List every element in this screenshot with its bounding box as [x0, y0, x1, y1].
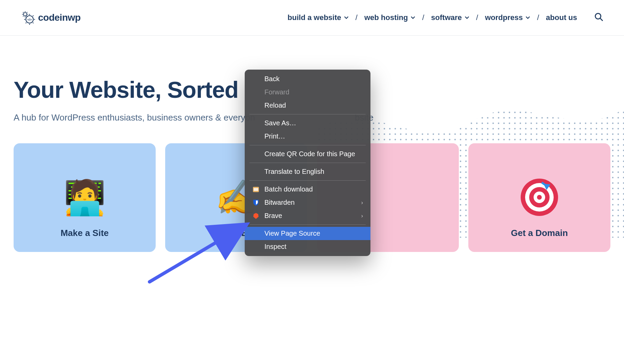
- menu-separator: [249, 224, 366, 225]
- batch-download-icon: [252, 186, 260, 193]
- chevron-down-icon: [344, 15, 349, 20]
- nav-wordpress[interactable]: wordpress: [485, 13, 530, 22]
- menu-separator: [249, 114, 366, 114]
- nav-separator: /: [356, 13, 358, 22]
- brand-name: codeinwp: [38, 12, 81, 23]
- chevron-right-icon: ›: [361, 213, 363, 219]
- nav-label: software: [431, 13, 462, 22]
- nav-label: about us: [546, 13, 577, 22]
- search-icon: [594, 12, 604, 22]
- chevron-down-icon: [525, 15, 530, 20]
- menu-print[interactable]: Print…: [245, 130, 370, 143]
- nav-label: web hosting: [364, 13, 408, 22]
- bitwarden-icon: [252, 199, 260, 206]
- menu-translate[interactable]: Translate to English: [245, 165, 370, 178]
- nav-label: build a website: [288, 13, 341, 22]
- menu-bitwarden[interactable]: Bitwarden ›: [245, 196, 370, 209]
- site-header: </> codeinwp build a website / web hosti…: [0, 0, 624, 36]
- menu-separator: [249, 180, 366, 181]
- svg-point-1: [23, 13, 27, 16]
- nav-separator: /: [422, 13, 424, 22]
- nav-separator: /: [537, 13, 539, 22]
- brave-icon: [252, 212, 260, 220]
- brand-logo[interactable]: </> codeinwp: [20, 10, 81, 25]
- menu-reload[interactable]: Reload: [245, 99, 370, 112]
- gear-code-icon: </>: [20, 10, 35, 25]
- nav-web-hosting[interactable]: web hosting: [364, 13, 415, 22]
- primary-nav: build a website / web hosting / software…: [288, 12, 604, 23]
- menu-separator: [249, 163, 366, 163]
- nav-about-us[interactable]: about us: [546, 13, 577, 22]
- menu-separator: [249, 145, 366, 145]
- svg-line-5: [600, 18, 602, 20]
- card-get-a-domain[interactable]: Get a Domain: [468, 143, 610, 252]
- svg-point-10: [537, 195, 542, 200]
- menu-back[interactable]: Back: [245, 72, 370, 86]
- menu-batch-download[interactable]: Batch download: [245, 183, 370, 196]
- menu-save-as[interactable]: Save As…: [245, 116, 370, 130]
- menu-inspect[interactable]: Inspect: [245, 240, 370, 253]
- search-button[interactable]: [594, 12, 604, 23]
- nav-separator: /: [476, 13, 478, 22]
- chevron-right-icon: ›: [361, 200, 363, 206]
- card-label: Make a Site: [60, 228, 109, 238]
- nav-software[interactable]: software: [431, 13, 469, 22]
- dart-target-icon: [519, 177, 560, 218]
- card-label: Get a Domain: [511, 228, 568, 238]
- chevron-down-icon: [411, 15, 415, 20]
- menu-create-qr[interactable]: Create QR Code for this Page: [245, 147, 370, 161]
- svg-rect-13: [254, 188, 258, 191]
- menu-view-page-source[interactable]: View Page Source: [245, 227, 370, 240]
- person-laptop-icon: 🧑‍💻: [64, 180, 106, 214]
- browser-context-menu: Back Forward Reload Save As… Print… Crea…: [245, 70, 370, 256]
- card-make-a-site[interactable]: 🧑‍💻 Make a Site: [14, 143, 156, 252]
- nav-label: wordpress: [485, 13, 523, 22]
- nav-build-a-website[interactable]: build a website: [288, 13, 349, 22]
- menu-forward: Forward: [245, 86, 370, 99]
- chevron-down-icon: [465, 15, 469, 20]
- menu-brave[interactable]: Brave ›: [245, 209, 370, 222]
- svg-text:</>: </>: [27, 18, 32, 21]
